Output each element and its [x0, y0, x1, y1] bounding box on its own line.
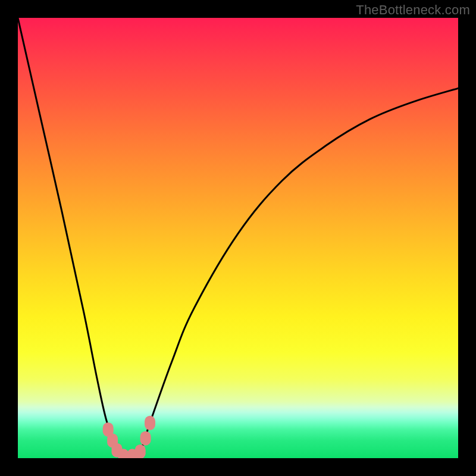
- bottleneck-curve: [18, 18, 458, 458]
- curve-marker: [145, 416, 155, 430]
- curve-marker: [140, 431, 151, 446]
- chart-frame: TheBottleneck.com: [0, 0, 476, 476]
- curve-marker: [135, 444, 146, 458]
- watermark-text: TheBottleneck.com: [356, 2, 470, 18]
- chart-plot-area: [18, 18, 458, 458]
